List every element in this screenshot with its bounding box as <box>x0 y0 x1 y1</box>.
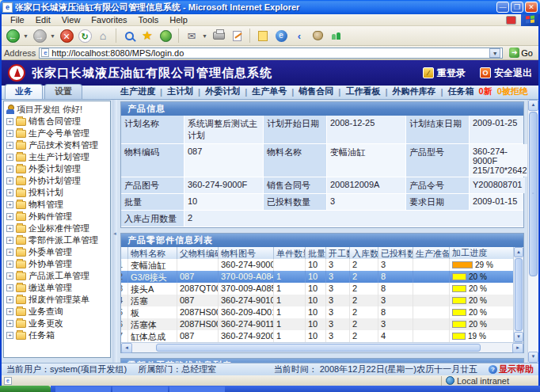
forward-button[interactable]: → <box>32 28 48 44</box>
expand-icon[interactable]: + <box>6 177 13 185</box>
expand-icon[interactable]: + <box>6 154 13 161</box>
sidebar-item[interactable]: +外协计划管理 <box>6 175 110 187</box>
sidebar-item[interactable]: +主生产计划管理 <box>6 151 110 163</box>
expand-icon[interactable]: + <box>6 320 13 327</box>
scroll-left-icon[interactable]: ◄ <box>121 343 132 353</box>
expand-icon[interactable]: + <box>6 130 13 137</box>
search-companion-button[interactable] <box>310 28 325 44</box>
expand-icon[interactable]: + <box>6 213 13 220</box>
column-header[interactable]: 加工进度 <box>450 247 513 259</box>
sidebar-splitter[interactable] <box>112 100 117 363</box>
expand-icon[interactable]: + <box>6 201 13 208</box>
favorites-button[interactable]: ★ <box>139 28 155 44</box>
column-header[interactable]: 批量 <box>306 247 326 259</box>
sidebar-item[interactable]: +产品技术资料管理 <box>6 139 110 151</box>
nav-item[interactable]: 外购件库存 <box>392 86 435 97</box>
search-button[interactable] <box>121 28 137 44</box>
nav-item[interactable]: 生产进度 <box>120 86 155 97</box>
scroll-thumb[interactable] <box>529 112 538 276</box>
nav-item[interactable]: 销售合同 <box>299 86 333 97</box>
url-text[interactable]: http://localhost:8080/MPS/login.do <box>51 48 489 58</box>
back-dropdown[interactable]: ▼ <box>23 33 29 39</box>
sidebar-item[interactable]: +外委计划管理 <box>6 163 110 175</box>
tab-business[interactable]: 业务 <box>5 84 43 99</box>
column-header[interactable]: 入库数 <box>350 247 378 259</box>
sidebar-item[interactable]: +外协单管理 <box>6 258 110 270</box>
table-row[interactable]: 7缸体总成087360-274-9200F11032419 % <box>121 330 513 342</box>
scroll-down-icon[interactable]: ▼ <box>514 332 523 342</box>
expand-icon[interactable]: + <box>6 332 13 339</box>
expand-icon[interactable]: + <box>6 225 13 232</box>
edit-button[interactable] <box>229 28 245 44</box>
go-button[interactable]: ➜ Go <box>506 47 536 59</box>
close-button[interactable]: ✕ <box>525 2 538 13</box>
menu-file[interactable]: File <box>5 15 30 25</box>
expand-icon[interactable]: + <box>6 118 13 125</box>
table-row[interactable]: 4活塞087360-274-9010F11032320 % <box>121 295 513 306</box>
menu-tools[interactable]: Tools <box>133 15 165 25</box>
mail-dropdown[interactable]: ▼ <box>202 33 208 39</box>
expand-icon[interactable]: + <box>6 296 13 303</box>
sidebar-item[interactable]: +任务箱 <box>6 329 110 341</box>
column-header[interactable] <box>121 247 128 259</box>
nav-item[interactable]: 主计划 <box>167 86 193 97</box>
parts-vertical-scrollbar[interactable]: ▲ ▼ <box>513 247 523 342</box>
scroll-up-icon[interactable]: ▲ <box>514 247 523 257</box>
home-button[interactable]: ⌂ <box>95 28 111 44</box>
sidebar-item[interactable]: +缴送单管理 <box>6 282 110 294</box>
expand-icon[interactable]: + <box>6 166 13 173</box>
sidebar-item[interactable]: +零部件派工单管理 <box>6 234 110 246</box>
history-button[interactable] <box>158 28 173 44</box>
back-button[interactable]: ← <box>5 28 21 44</box>
sidebar-item[interactable]: +生产令号单管理 <box>6 127 110 139</box>
sidebar-item[interactable]: +企业标准件管理 <box>6 223 110 234</box>
print-button[interactable] <box>211 28 226 44</box>
expand-icon[interactable]: + <box>6 142 13 149</box>
taskbar-buttons[interactable] <box>51 386 540 392</box>
column-header[interactable]: 开工数 <box>326 247 350 259</box>
nav-item[interactable]: 任务箱 <box>448 86 474 97</box>
table-row[interactable]: 5板2087HS002360-209-4D01011032820 % <box>121 306 513 318</box>
expand-icon[interactable]: + <box>6 308 13 315</box>
scroll-right-icon[interactable]: ► <box>512 343 523 353</box>
tab-settings[interactable]: 设置 <box>44 84 82 99</box>
sidebar-item[interactable]: +业务更改 <box>6 318 110 329</box>
nav-item[interactable]: 外委计划 <box>205 86 240 97</box>
table-row[interactable]: 6活塞体2087HS002360-274-9011W11032320 % <box>121 318 513 330</box>
expand-icon[interactable]: + <box>6 189 13 196</box>
sidebar-item[interactable]: +业务查询 <box>6 306 110 318</box>
sidebar-item[interactable]: +报废件管理菜单 <box>6 294 110 306</box>
messenger-button[interactable] <box>328 28 344 44</box>
logout-button[interactable]: O 安全退出 <box>480 67 532 80</box>
forward-dropdown[interactable]: ▼ <box>50 33 56 39</box>
column-header[interactable]: 已投料数 <box>378 247 413 259</box>
scroll-up-icon[interactable]: ▲ <box>528 100 538 111</box>
sidebar-item[interactable]: +销售合同管理 <box>6 116 110 127</box>
column-header[interactable]: 物料名称 <box>128 247 177 259</box>
menu-favorites[interactable]: Favorites <box>86 15 132 25</box>
table-row[interactable]: 3接头A2087QT002370-009-A085011032820 % <box>121 283 513 295</box>
ie-globe-button[interactable]: e <box>273 28 289 44</box>
parts-horizontal-scrollbar[interactable]: ◄ ► <box>121 342 523 352</box>
stop-button[interactable]: ✕ <box>59 28 74 44</box>
scroll-thumb[interactable] <box>515 258 523 331</box>
refresh-button[interactable]: ↻ <box>77 28 93 44</box>
table-row[interactable]: 2G3/8接头087370-009-A084011032820 % <box>121 271 513 283</box>
nav-item[interactable]: 工作看板 <box>345 86 380 97</box>
expand-icon[interactable]: + <box>6 284 13 291</box>
research-button[interactable]: ‹ <box>291 28 307 44</box>
sidebar-item[interactable]: +产品派工单管理 <box>6 270 110 282</box>
sidebar-item[interactable]: +外委单管理 <box>6 246 110 258</box>
start-button[interactable] <box>0 386 51 392</box>
addon-icon[interactable] <box>506 16 516 25</box>
menu-view[interactable]: View <box>56 15 86 25</box>
scroll-track[interactable] <box>528 277 538 352</box>
nav-item[interactable]: 生产单号 <box>252 86 287 97</box>
maximize-button[interactable]: ❐ <box>511 2 523 13</box>
column-header[interactable]: 父物料编码 <box>177 247 219 259</box>
sidebar-item[interactable]: +投料计划 <box>6 187 110 199</box>
address-input[interactable]: e http://localhost:8080/MPS/login.do ▼ <box>39 48 503 59</box>
sidebar-item[interactable]: +物料管理 <box>6 199 110 211</box>
show-help-link[interactable]: ? 显示帮助 <box>489 363 534 375</box>
scroll-down-icon[interactable]: ▼ <box>528 352 538 363</box>
